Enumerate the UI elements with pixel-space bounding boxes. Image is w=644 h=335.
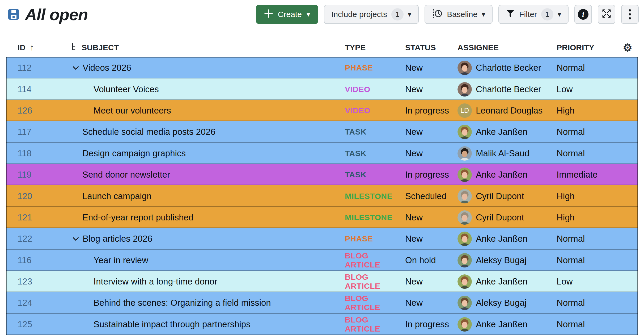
work-package-id-link[interactable]: 119 xyxy=(6,164,65,185)
collapse-chevron-icon[interactable] xyxy=(71,234,80,243)
work-package-id-link[interactable]: 117 xyxy=(6,121,65,143)
work-package-row[interactable]: 120Launch campaignMILESTONEScheduledCyri… xyxy=(6,185,638,207)
work-package-row[interactable]: 116Year in reviewBLOG ARTICLEOn holdAlek… xyxy=(6,250,638,271)
work-package-id-link[interactable]: 124 xyxy=(6,292,65,313)
assignee-cell: Anke Janßen xyxy=(452,228,547,249)
assignee-name: Anke Janßen xyxy=(476,319,527,329)
subject-label: Meet our volunteers xyxy=(94,106,171,116)
baseline-button[interactable]: Baseline ▾ xyxy=(425,5,493,24)
more-menu-button[interactable] xyxy=(621,5,639,24)
filter-funnel-icon xyxy=(506,9,515,20)
fullscreen-button[interactable] xyxy=(598,5,615,24)
subject-label: Schedule social media posts 2026 xyxy=(82,127,215,137)
work-package-row[interactable]: 126Meet our volunteersVIDEOIn progressLD… xyxy=(6,100,638,121)
subject-label: Blog articles 2026 xyxy=(83,234,152,244)
filter-button[interactable]: Filter 1 ▾ xyxy=(498,5,569,24)
priority-label: Normal xyxy=(547,292,638,313)
status-label: New xyxy=(397,78,452,100)
status-label: New xyxy=(397,121,452,143)
work-package-id-link[interactable]: 122 xyxy=(6,228,65,249)
subject-label: Send donor newsletter xyxy=(82,170,170,180)
work-package-row[interactable]: 121End-of-year report publishedMILESTONE… xyxy=(6,207,638,228)
subject-label: Year in review xyxy=(94,255,148,265)
work-package-id-link[interactable]: 121 xyxy=(6,207,65,228)
work-package-row[interactable]: 125Sustainable impact through partnershi… xyxy=(6,314,638,335)
chevron-down-icon: ▾ xyxy=(307,11,310,18)
chevron-down-icon: ▾ xyxy=(482,11,485,18)
work-package-id-link[interactable]: 123 xyxy=(6,271,65,292)
status-label: New xyxy=(397,143,452,164)
work-package-id-link[interactable]: 116 xyxy=(6,250,65,271)
work-package-row[interactable]: 124Behind the scenes: Organizing a field… xyxy=(6,292,638,313)
assignee-cell: Anke Janßen xyxy=(452,314,547,335)
work-package-row[interactable]: 122Blog articles 2026PHASENewAnke Janßen… xyxy=(6,228,638,249)
column-header-subject[interactable]: SUBJECT xyxy=(65,43,339,52)
work-package-subject: Volunteer Voices xyxy=(65,78,339,100)
priority-label: Low xyxy=(547,271,638,292)
status-label: New xyxy=(397,292,452,313)
create-button[interactable]: Create ▾ xyxy=(256,5,318,24)
work-package-subject: Launch campaign xyxy=(65,185,339,207)
work-package-id-link[interactable]: 126 xyxy=(6,100,65,121)
type-label: PHASE xyxy=(339,57,397,78)
work-package-row[interactable]: 117Schedule social media posts 2026TASKN… xyxy=(6,121,638,143)
work-package-subject: Blog articles 2026 xyxy=(65,228,339,249)
type-label: TASK xyxy=(339,143,397,164)
assignee-name: Anke Janßen xyxy=(476,170,527,180)
assignee-name: Aleksy Bugaj xyxy=(476,298,527,308)
subject-label: Volunteer Voices xyxy=(94,84,159,94)
work-package-subject: Behind the scenes: Organizing a field mi… xyxy=(65,292,339,313)
assignee-avatar xyxy=(457,189,472,203)
work-package-id-link[interactable]: 120 xyxy=(6,185,65,207)
assignee-cell: Charlotte Becker xyxy=(452,78,547,100)
type-label: MILESTONE xyxy=(339,207,397,228)
work-package-id-link[interactable]: 118 xyxy=(6,143,65,164)
type-label: BLOG ARTICLE xyxy=(339,314,397,335)
work-package-id-link[interactable]: 125 xyxy=(6,314,65,335)
settings-gear-icon[interactable]: ⚙ xyxy=(623,42,632,53)
hierarchy-icon xyxy=(71,43,78,52)
status-label: In progress xyxy=(397,100,452,121)
table-header: ID ↑ SUBJECT TYPE STATUS ASSIGNEE PRIORI… xyxy=(6,38,638,57)
column-header-status[interactable]: STATUS xyxy=(397,43,452,52)
work-package-subject: Schedule social media posts 2026 xyxy=(65,121,339,143)
type-label: TASK xyxy=(339,121,397,143)
status-label: New xyxy=(397,271,452,292)
assignee-avatar xyxy=(457,253,472,267)
status-label: New xyxy=(397,207,452,228)
subject-label: Design campaign graphics xyxy=(82,148,186,158)
status-label: On hold xyxy=(397,250,452,271)
save-icon[interactable] xyxy=(8,9,19,20)
column-header-assignee[interactable]: ASSIGNEE xyxy=(452,43,547,52)
subject-label: Sustainable impact through partnerships xyxy=(94,319,251,329)
work-package-table: 112Videos 2026PHASENewCharlotte BeckerNo… xyxy=(6,57,638,335)
work-package-row[interactable]: 119Send donor newsletterTASKIn progressA… xyxy=(6,164,638,185)
assignee-name: Anke Janßen xyxy=(476,277,527,287)
assignee-name: Malik Al-Saud xyxy=(476,148,529,158)
subject-label: End-of-year report published xyxy=(82,212,193,223)
info-button[interactable]: i xyxy=(574,5,592,24)
assignee-cell: Aleksy Bugaj xyxy=(452,250,547,271)
priority-label: Normal xyxy=(547,250,638,271)
assignee-name: Anke Janßen xyxy=(476,234,527,244)
assignee-avatar xyxy=(457,317,472,332)
column-header-id[interactable]: ID ↑ xyxy=(6,43,65,52)
work-package-row[interactable]: 112Videos 2026PHASENewCharlotte BeckerNo… xyxy=(6,57,638,78)
type-label: MILESTONE xyxy=(339,185,397,207)
work-package-row[interactable]: 118Design campaign graphicsTASKNewMalik … xyxy=(6,143,638,164)
work-package-row[interactable]: 123Interview with a long-time donorBLOG … xyxy=(6,271,638,292)
include-projects-button[interactable]: Include projects 1 ▾ xyxy=(324,5,419,24)
work-package-id-link[interactable]: 112 xyxy=(6,57,65,78)
work-package-row[interactable]: 114Volunteer VoicesVIDEONewCharlotte Bec… xyxy=(6,78,638,100)
assignee-name: Aleksy Bugaj xyxy=(476,255,527,265)
priority-label: Normal xyxy=(547,57,638,78)
topbar: All open Create ▾ Include projects 1 ▾ xyxy=(8,4,639,24)
page-title: All open xyxy=(25,5,88,24)
work-package-id-link[interactable]: 114 xyxy=(6,78,65,100)
subject-label: Interview with a long-time donor xyxy=(94,277,217,287)
filter-count-badge: 1 xyxy=(541,8,553,20)
assignee-avatar xyxy=(457,296,472,310)
column-header-type[interactable]: TYPE xyxy=(339,43,397,52)
collapse-chevron-icon[interactable] xyxy=(71,64,80,72)
priority-label: Normal xyxy=(547,314,638,335)
